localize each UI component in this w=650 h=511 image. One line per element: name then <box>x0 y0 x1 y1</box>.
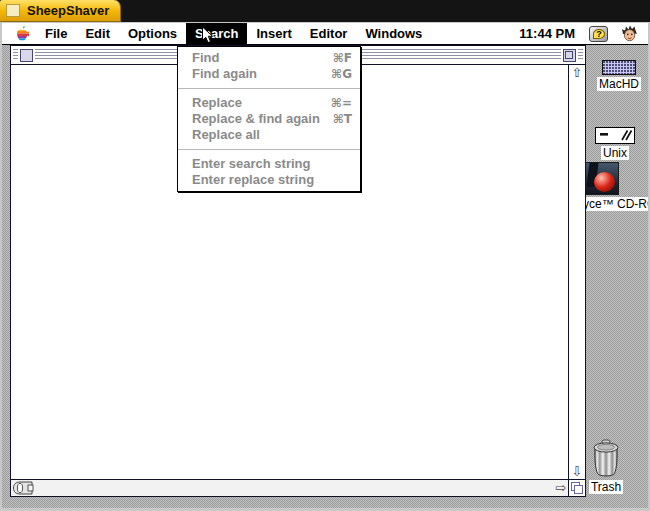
zoom-box[interactable] <box>563 49 576 62</box>
mouse-cursor-icon <box>201 26 214 45</box>
host-window-title: SheepShaver <box>27 3 109 18</box>
cd-rom-icon <box>585 162 619 195</box>
menu-options[interactable]: Options <box>119 23 186 44</box>
menu-item-replace-find-again[interactable]: Replace & find again ⌘T <box>178 111 360 127</box>
mac-desktop: File Edit Options Search Insert Editor W… <box>2 23 648 508</box>
vertical-scrollbar[interactable]: ⇧ ⇩ <box>568 65 585 480</box>
menubar-clock[interactable]: 11:44 PM <box>519 26 575 41</box>
host-titlebar[interactable]: SheepShaver <box>0 0 121 22</box>
sheepshaver-screen: SheepShaver <box>0 0 650 511</box>
search-dropdown-menu: Find ⌘F Find again ⌘G Replace ⌘= Replace… <box>177 46 361 192</box>
horizontal-scrollbar[interactable]: ⇨ <box>11 479 569 496</box>
apple-logo-icon <box>16 26 29 41</box>
host-window-menu-button[interactable] <box>6 4 20 17</box>
menu-separator <box>178 88 360 89</box>
menu-item-find-again[interactable]: Find again ⌘G <box>178 66 360 82</box>
menu-item-find[interactable]: Find ⌘F <box>178 50 360 66</box>
application-menu[interactable] <box>620 25 638 42</box>
hard-disk-icon <box>602 60 636 75</box>
menu-search[interactable]: Search <box>186 23 247 44</box>
menu-item-replace[interactable]: Replace ⌘= <box>178 95 360 111</box>
icon-label[interactable]: Trash <box>589 480 623 494</box>
trash-icon <box>592 439 620 478</box>
menu-windows[interactable]: Windows <box>356 23 431 44</box>
desktop-icon-machd[interactable]: MacHD <box>588 60 648 91</box>
scroll-right-arrow-icon[interactable]: ⇨ <box>553 480 569 496</box>
menu-item-replace-all[interactable]: Replace all <box>178 127 360 143</box>
help-balloon: ? <box>593 29 605 39</box>
close-box[interactable] <box>20 49 33 62</box>
floppy-disk-icon <box>595 127 635 144</box>
scroll-down-arrow-icon[interactable]: ⇩ <box>569 464 585 480</box>
balloon-help-icon[interactable]: ? <box>589 26 608 42</box>
scroll-up-arrow-icon[interactable]: ⇧ <box>569 65 585 81</box>
filemark-popup-icon[interactable] <box>12 481 36 495</box>
icon-label[interactable]: yce™ CD-RO <box>581 197 648 211</box>
desktop-icon-trash[interactable]: Trash <box>581 439 631 494</box>
desktop-icon-unix[interactable]: Unix <box>584 127 646 160</box>
menu-separator <box>178 149 360 150</box>
application-face-icon <box>621 25 638 42</box>
menu-item-enter-replace-string[interactable]: Enter replace string <box>178 172 360 188</box>
menu-edit[interactable]: Edit <box>76 23 119 44</box>
icon-label[interactable]: Unix <box>601 146 629 160</box>
desktop-icon-cdrom[interactable]: yce™ CD-RO <box>585 162 648 211</box>
menu-editor[interactable]: Editor <box>301 23 357 44</box>
window-resize-box[interactable] <box>568 479 585 496</box>
menu-item-enter-search-string[interactable]: Enter search string <box>178 156 360 172</box>
apple-menu[interactable] <box>16 26 29 41</box>
cd-art-red-sphere <box>594 172 615 192</box>
menu-bar: File Edit Options Search Insert Editor W… <box>2 23 648 45</box>
icon-label[interactable]: MacHD <box>597 77 641 91</box>
menu-file[interactable]: File <box>36 23 76 44</box>
menu-insert[interactable]: Insert <box>247 23 300 44</box>
